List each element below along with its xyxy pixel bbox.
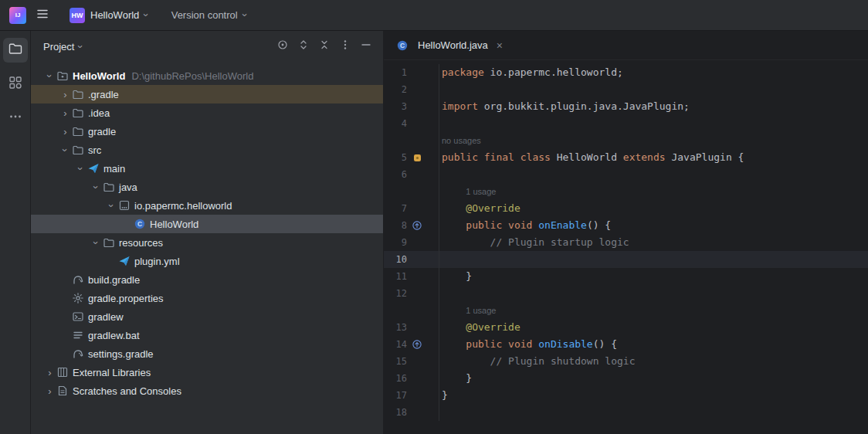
project-panel: Project › ›HelloWorldD:\githubRePos\Hell… bbox=[31, 31, 384, 434]
line-number: 9 bbox=[384, 234, 407, 251]
chevron-down-icon[interactable]: › bbox=[59, 144, 71, 157]
code-text[interactable] bbox=[439, 166, 868, 183]
chevron-right-icon[interactable]: › bbox=[59, 89, 72, 100]
tree-item-gradle-properties[interactable]: gradle.properties bbox=[31, 289, 383, 307]
tree-item-plugin-yml[interactable]: plugin.yml bbox=[31, 252, 383, 270]
tree-item-gradlew[interactable]: gradlew bbox=[31, 307, 383, 326]
code-text[interactable] bbox=[439, 81, 868, 98]
intellij-logo-text: IJ bbox=[15, 12, 21, 19]
code-line: 3import org.bukkit.plugin.java.JavaPlugi… bbox=[384, 98, 868, 115]
override-gutter-icon[interactable] bbox=[407, 221, 427, 230]
code-text[interactable] bbox=[439, 285, 868, 302]
chevron-down-icon[interactable]: › bbox=[90, 181, 102, 194]
chevron-down-icon[interactable]: › bbox=[75, 162, 86, 175]
project-widget[interactable]: HW HelloWorld › bbox=[63, 4, 154, 27]
code-text[interactable]: } bbox=[439, 268, 868, 285]
tree-item-settings-gradle[interactable]: settings.gradle bbox=[31, 344, 383, 363]
project-panel-title[interactable]: Project bbox=[43, 41, 74, 53]
code-text[interactable] bbox=[439, 115, 868, 132]
tree-item-label: gradle bbox=[88, 126, 116, 137]
tree-item-gradlew-bat[interactable]: gradlew.bat bbox=[31, 326, 383, 344]
modules-tool-button[interactable] bbox=[3, 72, 28, 97]
tree-item-label: .idea bbox=[88, 107, 110, 119]
folder-icon bbox=[72, 144, 84, 156]
chevron-down-icon[interactable]: › bbox=[44, 70, 56, 83]
code-line: 5public final class HelloWorld extends J… bbox=[384, 149, 868, 166]
tab-helloworld-java[interactable]: C HelloWorld.java × bbox=[388, 31, 510, 59]
tree-item-gradle[interactable]: ›gradle bbox=[31, 122, 383, 141]
chevron-right-icon[interactable]: › bbox=[43, 367, 56, 378]
tree-item-scratches-and-consoles[interactable]: ›Scratches and Consoles bbox=[31, 381, 383, 400]
chevron-right-icon[interactable]: › bbox=[59, 107, 72, 119]
usage-hint[interactable]: 1 usage bbox=[466, 183, 496, 200]
main-menu-button[interactable] bbox=[31, 4, 54, 27]
chevron-right-icon[interactable]: › bbox=[43, 385, 56, 397]
tree-item-src[interactable]: ›src bbox=[31, 141, 383, 159]
plugin-class-gutter-icon[interactable] bbox=[407, 154, 427, 162]
tree-item-java[interactable]: ›java bbox=[31, 178, 383, 196]
code-text[interactable] bbox=[439, 251, 868, 268]
expand-all-button[interactable] bbox=[294, 37, 313, 56]
code-text[interactable]: public final class HelloWorld extends Ja… bbox=[439, 149, 868, 166]
select-opened-file-button[interactable] bbox=[273, 37, 292, 56]
chevron-down-icon: › bbox=[239, 13, 249, 16]
code-text[interactable]: 1 usage bbox=[439, 183, 868, 200]
code-text[interactable] bbox=[439, 404, 868, 421]
vcs-widget[interactable]: Version control › bbox=[165, 4, 253, 27]
project-panel-toolbar bbox=[271, 37, 375, 56]
project-icon bbox=[8, 41, 23, 59]
code-text[interactable]: public void onDisable() { bbox=[439, 336, 868, 353]
code-text[interactable]: @Override bbox=[439, 319, 868, 336]
ide-window: IJ HW HelloWorld › Version control › Pro… bbox=[0, 0, 868, 434]
tree-item-helloworld[interactable]: ›HelloWorldD:\githubRePos\HelloWorld bbox=[31, 66, 383, 85]
tree-item-label: build.gradle bbox=[88, 274, 140, 286]
tree-item-label: External Libraries bbox=[73, 367, 151, 378]
code-text[interactable]: @Override bbox=[439, 200, 868, 217]
tree-item-label: Scratches and Consoles bbox=[73, 385, 181, 397]
override-gutter-icon[interactable] bbox=[407, 340, 427, 349]
select-opened-file-icon bbox=[276, 39, 289, 54]
close-tab-icon[interactable]: × bbox=[497, 39, 503, 52]
gradle-icon bbox=[72, 273, 84, 286]
tree-item-resources[interactable]: ›resources bbox=[31, 233, 383, 252]
usage-hint[interactable]: no usages bbox=[442, 132, 481, 149]
code-text[interactable]: // Plugin shutdown logic bbox=[439, 353, 868, 370]
code-token: // Plugin startup logic bbox=[442, 234, 629, 251]
folder-icon bbox=[72, 125, 84, 137]
hide-button[interactable] bbox=[357, 37, 375, 56]
code-token: @Override bbox=[466, 319, 520, 336]
code-line: 12 bbox=[384, 285, 868, 302]
code-token: @Override bbox=[466, 200, 520, 217]
tree-item-gradle[interactable]: ›.gradle bbox=[31, 85, 383, 103]
more-tools-tool-button[interactable] bbox=[3, 106, 28, 131]
editor-code[interactable]: 1package io.papermc.helloworld;23import … bbox=[384, 60, 868, 434]
tree-item-main[interactable]: ›main bbox=[31, 159, 383, 178]
project-tool-button[interactable] bbox=[3, 38, 28, 63]
class-icon: C bbox=[134, 218, 146, 230]
intellij-logo-icon[interactable]: IJ bbox=[9, 7, 26, 24]
terminal-file-icon bbox=[72, 310, 84, 323]
code-token: org.bukkit.plugin.java.JavaPlugin; bbox=[478, 98, 690, 115]
code-text[interactable]: // Plugin startup logic bbox=[439, 234, 868, 251]
code-text[interactable]: public void onEnable() { bbox=[439, 217, 868, 234]
tree-item-build-gradle[interactable]: build.gradle bbox=[31, 270, 383, 289]
folder-icon bbox=[103, 236, 115, 249]
chevron-down-icon[interactable]: › bbox=[106, 199, 117, 212]
chevron-right-icon[interactable]: › bbox=[59, 126, 72, 137]
tree-item-idea[interactable]: ›.idea bbox=[31, 103, 383, 122]
code-text[interactable]: 1 usage bbox=[439, 302, 868, 319]
code-text[interactable]: } bbox=[439, 370, 868, 387]
code-token: } bbox=[442, 370, 472, 387]
tree-item-external-libraries[interactable]: ›External Libraries bbox=[31, 363, 383, 381]
tree-item-helloworld[interactable]: CHelloWorld bbox=[31, 215, 383, 233]
code-text[interactable]: no usages bbox=[439, 132, 868, 149]
code-text[interactable]: import org.bukkit.plugin.java.JavaPlugin… bbox=[439, 98, 868, 115]
code-text[interactable]: } bbox=[439, 387, 868, 404]
options-button[interactable] bbox=[336, 37, 354, 56]
usage-hint[interactable]: 1 usage bbox=[466, 302, 496, 319]
chevron-down-icon[interactable]: › bbox=[90, 236, 102, 249]
java-class-icon: C bbox=[396, 39, 409, 52]
tree-item-io-papermc-helloworld[interactable]: ›io.papermc.helloworld bbox=[31, 196, 383, 215]
collapse-all-button[interactable] bbox=[315, 37, 334, 56]
code-text[interactable]: package io.papermc.helloworld; bbox=[439, 64, 868, 81]
